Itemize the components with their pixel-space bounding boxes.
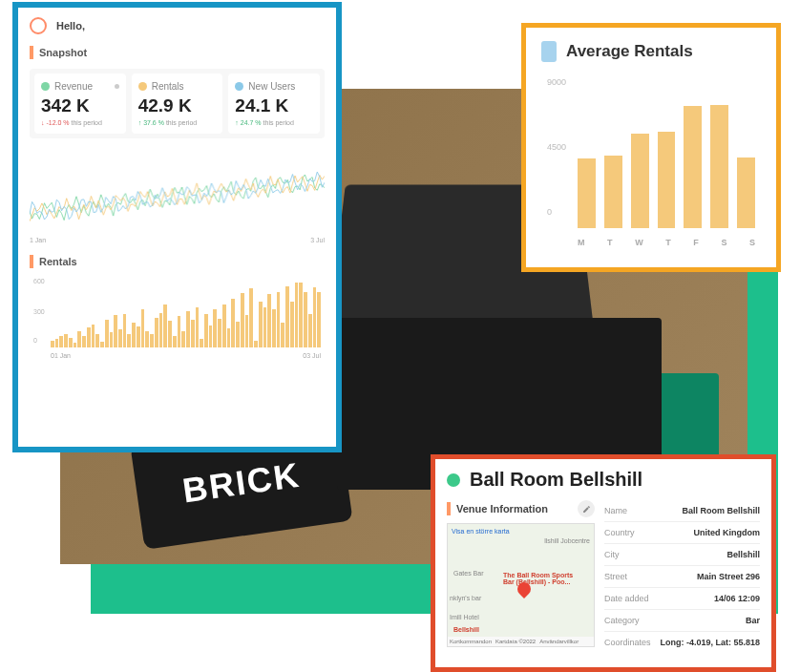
metric-rentals[interactable]: Rentals 42.9 K ↑ 37.6 % this period	[132, 74, 223, 134]
venue-info-heading: Venue Information	[456, 503, 548, 514]
info-row: CoordinatesLong: -4.019, Lat: 55.818	[604, 632, 760, 653]
brand-logo: BRICK	[180, 455, 304, 512]
venue-map[interactable]: Visa en större karta llshill Jobcentre G…	[447, 523, 595, 647]
info-icon[interactable]	[115, 84, 119, 89]
info-row: NameBall Room Bellshill	[604, 500, 760, 522]
average-rentals-title: Average Rentals	[566, 42, 693, 61]
info-row: Date added14/06 12:09	[604, 588, 760, 610]
venue-card: Ball Room Bellshill Venue Information Vi…	[431, 454, 776, 672]
metric-revenue[interactable]: Revenue 342 K ↓ -12.0 % this period	[34, 74, 126, 134]
map-expand-link[interactable]: Visa en större karta	[452, 528, 510, 535]
metric-new-users[interactable]: New Users 24.1 K ↑ 24.7 % this period	[228, 74, 320, 134]
rentals-heading: Rentals	[30, 255, 325, 268]
avatar[interactable]	[30, 17, 47, 34]
metric-row: Revenue 342 K ↓ -12.0 % this period Rent…	[30, 69, 325, 138]
info-row: StreetMain Street 296	[604, 566, 760, 588]
chart-swatch-icon	[541, 41, 557, 62]
rentals-daily-chart: 600 300 0 01 Jan03 Jul	[30, 278, 325, 359]
snapshot-heading: Snapshot	[30, 46, 325, 59]
info-row: CategoryBar	[604, 610, 760, 632]
average-rentals-chart: 9000 4500 0 MTWTFSS	[541, 77, 761, 247]
venue-title: Ball Room Bellshill	[470, 469, 642, 491]
snapshot-trend-chart	[30, 144, 325, 235]
greeting: Hello,	[30, 17, 325, 34]
edit-button[interactable]	[578, 500, 595, 517]
pencil-icon	[582, 505, 591, 514]
info-row: CityBellshill	[604, 544, 760, 566]
status-dot-icon	[447, 473, 460, 487]
average-rentals-card: Average Rentals 9000 4500 0 MTWTFSS	[521, 23, 781, 272]
dashboard-card: Hello, Snapshot Revenue 342 K ↓ -12.0 % …	[12, 2, 342, 452]
info-row: CountryUnited Kingdom	[604, 522, 760, 544]
greeting-text: Hello,	[56, 20, 85, 32]
